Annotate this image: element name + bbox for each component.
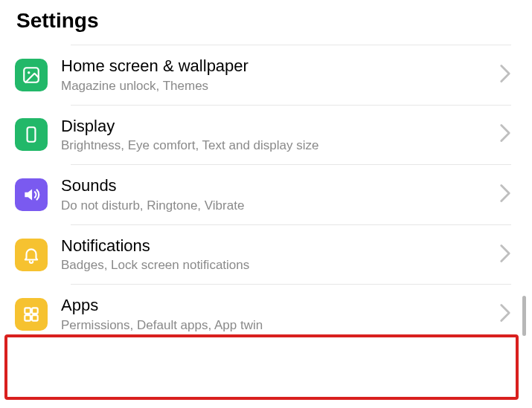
svg-rect-5 — [25, 315, 31, 321]
row-text: Display Brightness, Eye comfort, Text an… — [61, 116, 492, 155]
settings-row-sounds[interactable]: Sounds Do not disturb, Ringtone, Vibrate — [15, 165, 511, 224]
bell-icon — [15, 239, 48, 271]
highlight-annotation — [4, 334, 519, 400]
chevron-right-icon — [499, 244, 511, 266]
settings-row-apps[interactable]: Apps Permissions, Default apps, App twin — [15, 285, 511, 344]
display-icon — [15, 118, 48, 151]
scrollbar-thumb[interactable] — [522, 296, 526, 336]
svg-point-1 — [28, 71, 30, 74]
settings-row-display[interactable]: Display Brightness, Eye comfort, Text an… — [15, 106, 511, 165]
row-title: Apps — [61, 295, 492, 316]
svg-rect-6 — [32, 315, 38, 321]
settings-row-home-screen-wallpaper[interactable]: Home screen & wallpaper Magazine unlock,… — [15, 45, 511, 105]
settings-row-notifications[interactable]: Notifications Badges, Lock screen notifi… — [15, 225, 511, 285]
svg-rect-3 — [25, 308, 31, 314]
apps-icon — [15, 298, 48, 331]
row-text: Sounds Do not disturb, Ringtone, Vibrate — [61, 175, 492, 214]
chevron-right-icon — [499, 123, 511, 146]
row-text: Notifications Badges, Lock screen notifi… — [61, 236, 492, 274]
row-text: Home screen & wallpaper Magazine unlock,… — [61, 56, 492, 94]
svg-rect-4 — [32, 308, 38, 314]
row-subtitle: Magazine unlock, Themes — [61, 78, 492, 94]
row-text: Apps Permissions, Default apps, App twin — [61, 295, 492, 334]
page-title: Settings — [0, 0, 532, 45]
row-title: Home screen & wallpaper — [61, 56, 492, 77]
svg-rect-2 — [28, 128, 36, 143]
sound-icon — [15, 178, 48, 211]
row-subtitle: Brightness, Eye comfort, Text and displa… — [61, 137, 492, 154]
chevron-right-icon — [499, 184, 511, 206]
row-subtitle: Do not disturb, Ringtone, Vibrate — [61, 198, 492, 214]
row-title: Notifications — [61, 236, 492, 256]
row-subtitle: Permissions, Default apps, App twin — [61, 317, 492, 334]
chevron-right-icon — [499, 303, 511, 326]
wallpaper-icon — [15, 59, 48, 91]
row-title: Display — [61, 116, 492, 137]
row-subtitle: Badges, Lock screen notifications — [61, 257, 492, 273]
chevron-right-icon — [499, 64, 511, 86]
row-title: Sounds — [61, 175, 492, 196]
settings-list: Home screen & wallpaper Magazine unlock,… — [0, 45, 532, 344]
